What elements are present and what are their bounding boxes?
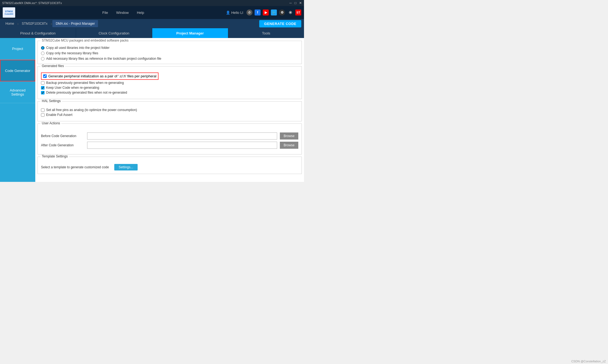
bc-home[interactable]: Home [3,22,17,26]
check-delete-generated-input[interactable] [41,91,45,94]
template-row: Select a template to generate customized… [41,160,298,170]
sidebar-item-advanced-settings[interactable]: Advanced Settings [0,81,35,103]
template-content-row: Select a template to generate customized… [41,164,298,170]
check-row-peripheral: Generate peripheral initialization as a … [41,72,298,80]
sidebar-item-project[interactable]: Project [0,38,35,60]
check-keep-user-code-label[interactable]: Keep User Code when re-generating [41,86,298,90]
check-analog-pins-input[interactable] [41,108,45,112]
packages-section-title: STM32Cube MCU packages and embedded soft… [40,39,130,42]
title-bar-text: STM32CubeMX DMA.ioc*: STM32F103C8Tx [2,1,62,5]
logo-box: STM32 CubeMX [3,7,15,18]
logo: STM32 CubeMX [3,7,15,18]
main-layout: Project Code Generator Advanced Settings… [0,38,304,182]
youtube-icon[interactable]: ▶ [263,10,269,15]
packages-section: STM32Cube MCU packages and embedded soft… [37,41,302,64]
twitter-icon[interactable]: 🐦 [271,10,277,15]
user-label: 👤 Hello LI [226,11,243,15]
generated-files-title: Generated files [40,64,65,68]
check-peripheral-input[interactable] [43,74,47,78]
tab-project-manager[interactable]: Project Manager [152,28,228,38]
settings-button[interactable]: Settings... [114,164,137,170]
check-peripheral-label[interactable]: Generate peripheral initialization as a … [41,72,159,80]
template-description: Select a template to generate customized… [41,165,109,169]
template-section-title: Template Settings [40,154,69,158]
before-code-gen-browse[interactable]: Browse [280,132,298,140]
radio-add-reference-input[interactable] [41,57,45,61]
check-backup-label[interactable]: Backup previously generated files when r… [41,81,298,85]
packages-radio-group: Copy all used libraries into the project… [41,44,298,61]
after-code-gen-row: After Code Generation Browse [41,142,298,149]
menu-window[interactable]: Window [116,11,129,15]
user-actions-title: User Actions [40,121,61,125]
radio-copy-all[interactable]: Copy all used libraries into the project… [41,46,298,50]
before-code-gen-label: Before Code Generation [41,134,84,138]
content-area: STM32Cube MCU packages and embedded soft… [35,38,304,182]
breadcrumb: Home › STM32F103C8Tx › DMA.ioc - Project… [0,19,304,28]
timer-icon[interactable]: ⏱ [246,10,252,15]
logo-bottom: CubeMX [5,13,13,15]
user-actions-rows: Before Code Generation Browse After Code… [41,127,298,149]
generated-files-section: Generated files Generate peripheral init… [37,66,302,99]
radio-add-reference[interactable]: Add necessary library files as reference… [41,57,298,61]
maximize-icon[interactable]: □ [294,1,296,5]
menu-items: File Window Help [21,11,226,15]
before-code-gen-input[interactable] [87,132,277,140]
brand-icon[interactable]: ST [295,10,301,15]
menu-file[interactable]: File [102,11,108,15]
user-actions-section: User Actions Before Code Generation Brow… [37,124,302,154]
check-full-assert-input[interactable] [41,113,45,117]
bc-device[interactable]: STM32F103C8Tx [19,22,50,26]
facebook-icon[interactable]: f [255,10,261,15]
bc-project[interactable]: DMA.ioc - Project Manager [52,20,98,27]
tab-clock[interactable]: Clock Configuration [76,28,152,38]
hal-items: Set all free pins as analog (to optimize… [41,105,298,117]
sidebar-item-code-generator[interactable]: Code Generator [0,60,35,81]
title-bar-left: STM32CubeMX DMA.ioc*: STM32F103C8Tx [2,1,62,5]
after-code-gen-browse[interactable]: Browse [280,142,298,149]
logo-top: STM32 [5,10,13,13]
check-keep-user-code-input[interactable] [41,86,45,90]
template-section: Template Settings Select a template to g… [37,157,302,174]
minimize-icon[interactable]: ─ [289,1,292,5]
check-delete-generated-label[interactable]: Delete previously generated files when n… [41,91,298,94]
title-bar: STM32CubeMX DMA.ioc*: STM32F103C8Tx ─ □ … [0,0,304,6]
github-icon[interactable]: ⚙ [279,10,285,15]
before-code-gen-row: Before Code Generation Browse [41,132,298,140]
check-analog-pins-label[interactable]: Set all free pins as analog (to optimize… [41,108,298,112]
bc-arrow-2: › [51,22,52,26]
check-full-assert-label[interactable]: Enable Full Assert [41,113,298,117]
user-name: Hello LI [231,11,243,15]
after-code-gen-input[interactable] [87,142,277,149]
generated-files-list: Generate peripheral initialization as a … [41,70,298,94]
title-bar-controls: ─ □ ✕ [289,1,302,5]
after-code-gen-label: After Code Generation [41,143,84,147]
radio-copy-all-input[interactable] [41,46,45,50]
radio-copy-necessary-input[interactable] [41,52,45,55]
check-backup-input[interactable] [41,81,45,85]
social-icons: ⏱ f ▶ 🐦 ⚙ ✳ ST [246,10,301,15]
tab-bar: Pinout & Configuration Clock Configurati… [0,28,304,38]
sidebar: Project Code Generator Advanced Settings [0,38,35,182]
hal-section: HAL Settings Set all free pins as analog… [37,101,302,121]
hal-section-title: HAL Settings [40,99,62,103]
user-icon: 👤 [226,11,230,15]
tab-tools[interactable]: Tools [228,28,304,38]
bc-arrow-1: › [17,22,18,26]
close-icon[interactable]: ✕ [299,1,302,5]
tab-pinout[interactable]: Pinout & Configuration [0,28,76,38]
menu-right: 👤 Hello LI ⏱ f ▶ 🐦 ⚙ ✳ ST [226,10,301,15]
star-icon[interactable]: ✳ [287,10,293,15]
menu-help[interactable]: Help [137,11,144,15]
generate-code-button[interactable]: GENERATE CODE [259,20,301,27]
menu-bar: STM32 CubeMX File Window Help 👤 Hello LI… [0,6,304,19]
radio-copy-necessary[interactable]: Copy only the necessary library files [41,51,298,55]
